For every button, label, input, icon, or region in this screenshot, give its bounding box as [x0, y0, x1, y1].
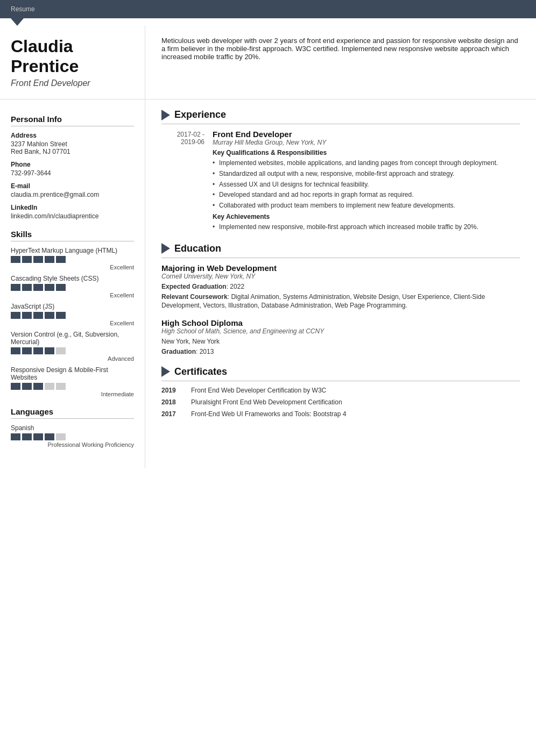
bottom-area: Personal Info Address 3237 Mahlon Street… — [0, 99, 536, 468]
skill-name: JavaScript (JS) — [11, 303, 134, 310]
languages-title: Languages — [11, 407, 134, 419]
address-line2: Red Bank, NJ 07701 — [11, 148, 134, 155]
skill-level: Intermediate — [11, 391, 134, 397]
skill-bar — [33, 383, 43, 390]
edu-graduation: Graduation: 2013 — [161, 347, 520, 356]
candidate-title: Front End Developer — [11, 79, 134, 88]
experience-container: 2017-02 -2019-06 Front End Developer Mur… — [161, 130, 520, 233]
edu-degree: Majoring in Web Development — [161, 263, 520, 273]
cert-name: Front End Web Developer Certification by… — [191, 387, 326, 394]
language-name: Spanish — [11, 424, 134, 432]
achievement-item: Implemented new responsive, mobile-first… — [213, 223, 520, 232]
linkedin-value: linkedin.com/in/claudiaprentice — [11, 212, 134, 220]
qualification-item: Implemented websites, mobile application… — [213, 159, 520, 168]
skill-bar — [33, 347, 43, 354]
skill-row: Version Control (e.g., Git, Subversion, … — [11, 331, 134, 362]
skill-bar — [56, 284, 66, 291]
triangle-decoration — [11, 18, 24, 26]
top-area: Claudia Prentice Front End Developer Met… — [0, 26, 536, 99]
languages-container: Spanish Professional Working Proficiency — [11, 424, 134, 448]
summary-section: Meticulous web developer with over 2 yea… — [145, 26, 536, 99]
education-section-title: Education — [161, 243, 520, 258]
education-entry: High School Diploma High School of Math,… — [161, 318, 520, 356]
skill-level: Excellent — [11, 292, 134, 298]
edu-coursework: Relevant Coursework: Digital Animation, … — [161, 293, 520, 311]
certificates-icon — [161, 366, 170, 377]
education-title-label: Education — [174, 243, 221, 254]
skill-bar — [11, 347, 20, 354]
skill-bar — [22, 256, 32, 263]
experience-entry: 2017-02 -2019-06 Front End Developer Mur… — [161, 130, 520, 233]
skills-title: Skills — [11, 230, 134, 241]
edu-location: New York, New York — [161, 337, 520, 346]
address-line1: 3237 Mahlon Street — [11, 140, 134, 148]
skill-row: Responsive Design & Mobile-First Website… — [11, 366, 134, 397]
education-icon — [161, 243, 170, 254]
edu-institution: High School of Math, Science, and Engine… — [161, 327, 520, 335]
skill-bar — [45, 284, 54, 291]
skill-bar — [22, 383, 32, 390]
certificate-row: 2018 Pluralsight Front End Web Developme… — [161, 398, 520, 406]
skill-bar — [22, 347, 32, 354]
skill-bar — [11, 256, 20, 263]
skill-bar — [45, 312, 54, 319]
experience-icon — [161, 110, 170, 120]
header-label: Resume — [11, 5, 35, 13]
skill-bar — [11, 284, 20, 291]
skill-bar — [45, 256, 54, 263]
skill-level: Excellent — [11, 320, 134, 326]
education-container: Majoring in Web Development Cornell Univ… — [161, 263, 520, 356]
cert-year: 2017 — [161, 410, 183, 418]
certificate-row: 2019 Front End Web Developer Certificati… — [161, 387, 520, 394]
skill-row: Cascading Style Sheets (CSS) Excellent — [11, 275, 134, 298]
phone-label: Phone — [11, 161, 134, 168]
cert-name: Pluralsight Front End Web Development Ce… — [191, 398, 342, 406]
edu-institution: Cornell University, New York, NY — [161, 273, 520, 280]
skill-bar — [45, 347, 54, 354]
certificate-row: 2017 Front-End Web UI Frameworks and Too… — [161, 410, 520, 418]
cert-year: 2019 — [161, 387, 183, 394]
left-column: Personal Info Address 3237 Mahlon Street… — [0, 99, 145, 468]
skill-name: HyperText Markup Language (HTML) — [11, 247, 134, 254]
certificates-title-label: Certificates — [174, 366, 227, 377]
personal-info-title: Personal Info — [11, 115, 134, 126]
right-column: Experience 2017-02 -2019-06 Front End De… — [145, 99, 536, 468]
language-row: Spanish Professional Working Proficiency — [11, 424, 134, 448]
skill-name: Version Control (e.g., Git, Subversion, … — [11, 331, 134, 346]
qualification-item: Developed standard and ad hoc reports in… — [213, 190, 520, 199]
summary-text: Meticulous web developer with over 2 yea… — [161, 37, 520, 61]
skill-level: Excellent — [11, 264, 134, 270]
exp-title: Front End Developer — [213, 130, 520, 139]
address-label: Address — [11, 132, 134, 139]
skill-name: Responsive Design & Mobile-First Website… — [11, 366, 134, 381]
email-value: claudia.m.prentice@gmail.com — [11, 191, 134, 198]
phone-value: 732-997-3644 — [11, 169, 134, 177]
exp-dates: 2017-02 -2019-06 — [161, 130, 204, 233]
skill-bar — [22, 433, 32, 440]
skills-container: HyperText Markup Language (HTML) Excelle… — [11, 247, 134, 397]
edu-degree: High School Diploma — [161, 318, 520, 327]
linkedin-label: LinkedIn — [11, 204, 134, 211]
skill-bar — [56, 347, 66, 354]
cert-year: 2018 — [161, 398, 183, 406]
skill-bar — [33, 433, 43, 440]
certificates-section-title: Certificates — [161, 366, 520, 381]
education-entry: Majoring in Web Development Cornell Univ… — [161, 263, 520, 310]
experience-section-title: Experience — [161, 109, 520, 124]
skill-bar — [11, 433, 20, 440]
experience-title-label: Experience — [174, 109, 226, 120]
header-bar: Resume — [0, 0, 536, 18]
skill-bar — [22, 312, 32, 319]
exp-company: Murray Hill Media Group, New York, NY — [213, 139, 520, 146]
skill-level: Advanced — [11, 355, 134, 362]
edu-graduation: Expected Graduation: 2022 — [161, 282, 520, 291]
exp-details: Front End Developer Murray Hill Media Gr… — [213, 130, 520, 233]
skill-row: JavaScript (JS) Excellent — [11, 303, 134, 326]
qualification-item: Assessed UX and UI designs for technical… — [213, 180, 520, 189]
skill-bar — [11, 312, 20, 319]
candidate-name: Claudia Prentice — [11, 37, 134, 76]
skill-bar — [56, 383, 66, 390]
skill-row: HyperText Markup Language (HTML) Excelle… — [11, 247, 134, 270]
achievements-list: Implemented new responsive, mobile-first… — [213, 223, 520, 232]
qualification-item: Collaborated with product team members t… — [213, 201, 520, 210]
